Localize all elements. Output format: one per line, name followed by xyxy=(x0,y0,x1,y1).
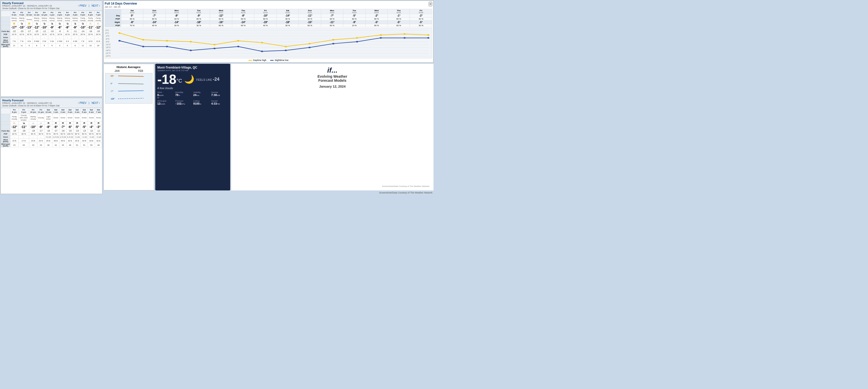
ov-night-temp: -14° xyxy=(143,21,165,24)
svg-point-24 xyxy=(118,40,121,42)
ov-col-header: Fri01/26 xyxy=(410,9,432,14)
ov-night-temp: -9° xyxy=(343,21,365,24)
svg-point-23 xyxy=(427,34,429,36)
cw-ceiling: Ceiling 9100m xyxy=(193,100,210,105)
gust-cell: 3 xyxy=(56,43,64,48)
prev-button-bl[interactable]: ‹ PREV xyxy=(78,102,86,104)
svg-line-38 xyxy=(118,76,144,76)
temp-cell: -12° xyxy=(94,25,102,30)
svg-point-12 xyxy=(166,40,168,42)
cw-sunset: Sunset 4:33PM xyxy=(211,100,228,105)
gust-cell: 5 xyxy=(40,43,48,48)
feels-cell: -18 xyxy=(29,129,37,133)
svg-point-30 xyxy=(261,51,263,52)
svg-point-32 xyxy=(308,47,311,48)
wind-cell: 34 E xyxy=(81,139,88,143)
hour-header: Sat2 am xyxy=(59,108,66,114)
cw-temp: -18 xyxy=(157,72,176,87)
icon-cell: 🌤 xyxy=(79,22,87,25)
cw-temp-row: -18°C 🌙 FEELS LIKE -24 xyxy=(157,73,228,86)
condition-cell: Light snow xyxy=(44,114,52,122)
pop-cell: 10 % xyxy=(40,33,48,36)
legend-night-dot xyxy=(270,60,274,61)
ov-night-pop: 60 % xyxy=(210,24,232,27)
condition-cell: Cloudy with clear breaks xyxy=(19,114,29,122)
snow-cell: ~1 cm xyxy=(81,136,88,139)
hourly-nav-bottom-left[interactable]: ‹ PREV | NEXT › xyxy=(77,102,101,104)
ov-day-pop: 60 % xyxy=(188,18,210,21)
hour-header: Sat3 am xyxy=(66,108,73,114)
hourly-subtitle1: FRIDAY, JANUARY 12 - MONDAY, JANUARY 15 xyxy=(2,5,59,7)
hourly-header-bottom-left: Hourly Forecast FRIDAY, JANUARY 12 - MON… xyxy=(1,98,102,108)
y-label: -9°C xyxy=(105,41,111,43)
hourly-title-bl: Hourly Forecast xyxy=(2,99,59,102)
footer-credits: Screenshots/Data Courtesy of The Weather… xyxy=(103,191,434,195)
gust-cell: 11 xyxy=(18,43,26,48)
row-label-temp xyxy=(1,125,10,129)
hourly-header-top-left: Hourly Forecast FRIDAY, JANUARY 12 - MON… xyxy=(1,1,102,11)
chart-legend: Daytime high Nighttime low xyxy=(105,59,432,61)
gust-cell: 8 xyxy=(33,43,40,48)
ov-day-pop: 60 % xyxy=(232,18,254,21)
cw-pressure: Pressure ↑102kPa xyxy=(175,100,192,105)
gust-cell: 38 xyxy=(44,143,52,147)
wind-cell: 7 E xyxy=(79,39,87,43)
close-button[interactable]: ✕ xyxy=(429,2,432,6)
icon-cell: 🌨 xyxy=(44,122,52,125)
temp-cell: -10° xyxy=(79,25,87,30)
snow-cell: ~1 cm xyxy=(88,136,95,139)
ov-col-header: Tue01/16 xyxy=(188,9,210,14)
ov-day-temp: -9° xyxy=(188,14,210,18)
ov-night-temp: -16° xyxy=(210,21,232,24)
ov-header-empty xyxy=(105,9,121,14)
ov-day-pop: 30 % xyxy=(210,18,232,21)
wind-cell: 17 E xyxy=(19,139,29,143)
row-label-snow: Snow xyxy=(1,136,10,139)
prev-button[interactable]: ‹ PREV xyxy=(78,4,86,7)
condition-cell: Snow xyxy=(66,114,73,122)
cw-wind-label: Wind xyxy=(157,91,174,93)
gust-cell: 9 xyxy=(26,43,33,48)
wind-cell: 25 E xyxy=(44,139,52,143)
snow-cell: - xyxy=(40,36,48,39)
month-jan: JAN xyxy=(114,70,119,72)
feels-cell: -19 xyxy=(10,129,18,133)
hour-header: Fri9 pm xyxy=(19,108,29,114)
snow-cell: 1-3 cm xyxy=(66,136,73,139)
ov-col-header: Fri01/19 xyxy=(254,9,276,14)
hour-header: Fri8 am xyxy=(10,11,18,17)
condition-cell: Snow xyxy=(52,114,59,122)
ov-day-pop: 60 % xyxy=(365,18,388,21)
snow-cell: - xyxy=(87,36,94,39)
hour-header: Fri3 pm xyxy=(64,11,71,17)
cw-sunrise-value: 7:38AM xyxy=(211,93,228,96)
hour-header: Sat7 am xyxy=(95,108,102,114)
cw-grid: Wind 8km/h W Humidity 78% Visibility xyxy=(157,91,228,105)
ov-day-label: Day xyxy=(105,14,121,18)
next-button[interactable]: NEXT › xyxy=(91,4,100,7)
y-label: -12°C xyxy=(105,43,111,46)
next-button-bl[interactable]: NEXT › xyxy=(91,102,100,104)
y-label: -18°C xyxy=(105,49,111,52)
svg-point-15 xyxy=(237,40,239,42)
ov-col-header: Mon01/15 xyxy=(165,9,188,14)
gust-cell: 48 xyxy=(95,143,102,147)
icon-cell: 🌨 xyxy=(95,122,102,125)
cw-ceiling-label: Ceiling xyxy=(193,100,210,102)
snow-cell: - xyxy=(18,36,26,39)
gust-cell: 50 xyxy=(88,143,95,147)
cw-wind-gust: Wind gust 12km/h xyxy=(157,100,174,105)
row-label-pop: POP xyxy=(1,33,10,36)
hour-header: Fri11 pm xyxy=(37,108,44,114)
svg-point-36 xyxy=(404,37,406,39)
svg-point-28 xyxy=(213,48,216,49)
hour-header: Fri9 am xyxy=(18,11,26,17)
if-title: if... xyxy=(327,66,337,74)
hour-header: Sat4 am xyxy=(73,108,81,114)
wind-cell: 15 E xyxy=(10,139,18,143)
gust-cell: 5 xyxy=(64,43,71,48)
condition-cell: Partly cloudy xyxy=(94,17,102,22)
cw-sunrise-label: Sunrise xyxy=(211,91,228,93)
cw-visibility: Visibility 24km xyxy=(193,91,210,99)
hourly-nav-top-left[interactable]: ‹ PREV | NEXT › xyxy=(77,4,101,7)
